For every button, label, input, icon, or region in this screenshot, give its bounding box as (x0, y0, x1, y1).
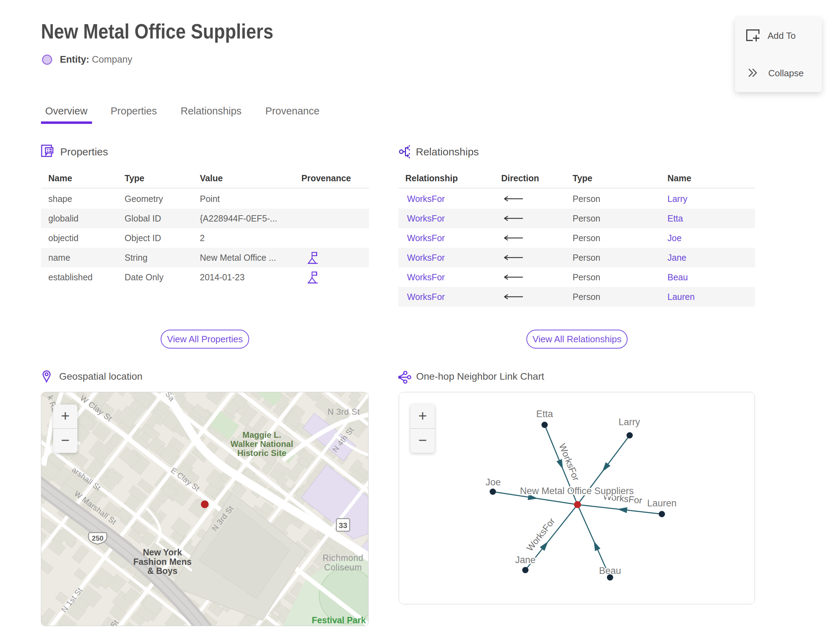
svg-text:Larry: Larry (619, 417, 640, 427)
svg-text:Fashion Mens: Fashion Mens (134, 557, 192, 567)
svg-text:New Metal Office Suppliers: New Metal Office Suppliers (520, 486, 633, 496)
svg-text:Lauren: Lauren (647, 498, 676, 509)
svg-text:Joe: Joe (485, 477, 501, 488)
svg-text:New York: New York (143, 547, 182, 557)
svg-text:N 3rd St: N 3rd St (328, 407, 360, 416)
svg-text:& Boys: & Boys (147, 566, 177, 575)
svg-text:Festival Park: Festival Park (312, 615, 366, 625)
svg-text:Etta: Etta (536, 409, 554, 419)
svg-text:Walker National: Walker National (230, 439, 293, 448)
svg-text:Jane: Jane (515, 555, 536, 565)
svg-text:Coliseum: Coliseum (324, 563, 362, 572)
svg-text:Maggie L.: Maggie L. (243, 430, 282, 440)
svg-text:Richmond: Richmond (323, 553, 364, 563)
svg-text:Historic Site: Historic Site (237, 448, 286, 458)
svg-text:250: 250 (92, 534, 103, 542)
svg-text:33: 33 (339, 521, 347, 530)
